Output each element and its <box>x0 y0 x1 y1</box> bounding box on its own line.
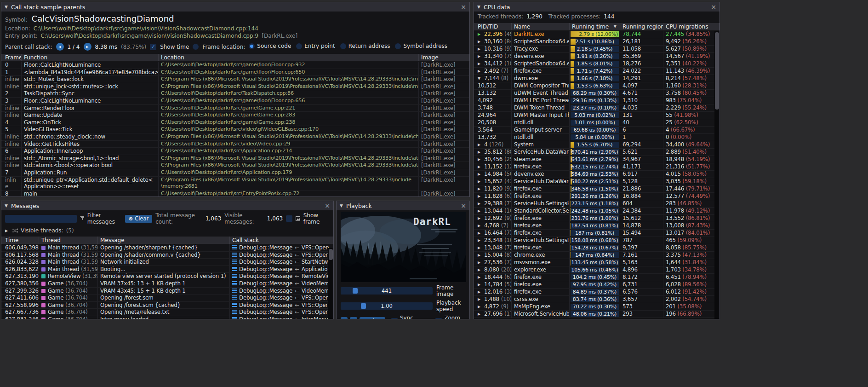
cpu-row[interactable]: ▶15,652(43)ServiceHub.DataWarehou580.22 … <box>474 178 720 185</box>
message-callstack[interactable]: DebugLog::Message←VideoMemo <box>230 280 333 287</box>
column-running-regions[interactable]: Running regions <box>620 23 663 30</box>
expand-icon[interactable]: ▶ <box>478 149 482 156</box>
message-row[interactable]: 627,313,190nsRemoteView (31,392)Remote v… <box>1 273 333 280</box>
message-row[interactable]: 627,399,326nsGame (36,704)VRAM 43x45: 15… <box>1 288 333 295</box>
cpu-row[interactable]: ▶4,872(9)MsMpEng.exe70.22 ms (0.30%)5732… <box>474 303 720 311</box>
play-button[interactable]: ▶ Play <box>360 317 385 319</box>
cpu-row[interactable]: ▶15,004(8)chrome.exe147 ms (0.64%)7,1613… <box>474 252 720 259</box>
message-callstack[interactable]: DebugLog::Message←VideoMemo <box>230 288 333 295</box>
clear-button[interactable]: ⊗ Clear <box>125 215 153 223</box>
callstack-row[interactable]: 2TaskDispatch::SyncC:\Users\wolf\Desktop… <box>1 90 469 98</box>
close-icon[interactable]: × <box>461 202 466 209</box>
expand-icon[interactable]: ▶ <box>478 200 482 207</box>
message-row[interactable]: 606,117,568nsMain thread (31,596)Opening… <box>1 252 333 259</box>
cpu-row[interactable]: ▶23,348(106)ServiceHub.SettingsHost158.0… <box>474 237 720 244</box>
cpu-row[interactable]: ▶2,492(7)firefox.exe1.71 s (7.42%)24,022… <box>474 68 720 75</box>
expand-icon[interactable]: ▶ <box>478 266 482 273</box>
cpu-row[interactable]: ▶8,080(20)explorer.exe105.66 ms (0.46%)4… <box>474 266 720 274</box>
prev-frame-button[interactable]: ◀ <box>341 317 348 319</box>
next-parent-button[interactable]: ▶ <box>84 43 91 51</box>
callstack-row[interactable]: inlinestd::atomic<bool>::operator boolC:… <box>1 162 469 169</box>
cpu-window-titlebar[interactable]: ▼ CPU data × <box>474 2 720 12</box>
next-frame-button[interactable]: ▶ <box>350 317 357 319</box>
column-pid-tid[interactable]: PID/TID <box>474 23 512 30</box>
expand-icon[interactable]: ▶ <box>478 46 482 52</box>
cpu-row[interactable]: ▶12,692(9)firefox.exe231.76 ms (1.00%)15… <box>474 215 720 222</box>
expand-icon[interactable]: ▶ <box>478 222 482 229</box>
column-name[interactable]: Name <box>512 23 570 30</box>
frame-location-option[interactable]: Return address <box>340 43 390 49</box>
expand-icon[interactable]: ▶ <box>478 215 482 222</box>
collapse-icon[interactable]: ▼ <box>478 75 482 82</box>
cpu-row[interactable]: ▶31,340(75)devenv.exe1.91 s (8.26%)35,36… <box>474 53 720 60</box>
cpu-row[interactable]: ▶27,696(17)Microsoft.ServiceHub.Co48.06 … <box>474 311 720 318</box>
cpu-row[interactable]: ▶29,388(77)ServiceHub.SettingsHost273.15… <box>474 200 720 208</box>
show-frame-checkbox[interactable] <box>286 215 292 222</box>
expand-icon[interactable]: ▶ <box>478 156 482 163</box>
callstack-row[interactable]: inlineGame::RenderFloorC:\Users\wolf\Des… <box>1 105 469 112</box>
cpu-row[interactable]: ▶34,412(18)ScriptedSandbox64.exe1.85 s (… <box>474 60 720 68</box>
callstack-row[interactable]: inlinestd::unique_ptr<Application,std::d… <box>1 177 469 191</box>
cpu-row[interactable]: ▶18,444(6)firefox.exe104.2 ms (0.45%)8,1… <box>474 274 720 281</box>
expand-icon[interactable]: ▶ <box>478 237 482 244</box>
cpu-row[interactable]: ▼7,144(8)dwm.exe1.66 s (7.18%)14,2918,21… <box>474 75 720 82</box>
expand-icon[interactable]: ▶ <box>478 252 482 259</box>
cpu-row[interactable]: 13,132uDWM Event Thread68.29 ms (0.30%)4… <box>474 90 720 97</box>
expand-icon[interactable]: ▶ <box>478 178 482 185</box>
message-row[interactable]: 627,831,246nsGame (36,704)Intro menu loa… <box>1 316 333 319</box>
cpu-row[interactable]: ▶14,984(50)devenv.exe584.69 ms (2.53%)6,… <box>474 171 720 178</box>
message-row[interactable]: 626,833,622nsMain thread (31,596)Booting… <box>1 266 333 273</box>
cpu-row[interactable]: ▶16,464(7)firefox.exe187 ms (0.81%)15,49… <box>474 230 720 237</box>
cpu-row[interactable]: ▶11,828(6)firefox.exe291.26 ms (1.26%)16… <box>474 193 720 200</box>
expand-icon[interactable]: ▶ <box>478 38 482 45</box>
expand-icon[interactable]: ▶ <box>478 259 482 266</box>
show-time-checkbox[interactable] <box>150 44 156 50</box>
message-callstack[interactable]: DebugLog::Message←RemoteVie <box>230 273 333 280</box>
expand-icon[interactable]: ▶ <box>478 193 482 200</box>
message-row[interactable]: 626,024,328nsMain thread (31,596)Network… <box>1 259 333 266</box>
cpu-row[interactable]: 24,964DWM Master Input Thread5.03 ms (0.… <box>474 112 720 119</box>
column-cpu-migrations[interactable]: CPU migrations <box>663 23 720 30</box>
message-callstack[interactable]: DebugLog::Message←Application: <box>230 266 333 273</box>
collapse-icon[interactable]: ▼ <box>5 203 8 208</box>
expand-icon[interactable]: ▶ <box>478 185 482 192</box>
collapse-icon[interactable]: ▼ <box>5 5 8 9</box>
message-row[interactable]: 627,411,606nsGame (36,704)Opening /fores… <box>1 295 333 302</box>
callstack-row[interactable]: 5VideoGLBase::TickC:\Users\wolf\Desktop\… <box>1 126 469 133</box>
cpu-row[interactable]: ▶14,784(5)firefox.exe97.95 ms (0.42%)6,7… <box>474 281 720 289</box>
frame-image-slider[interactable]: 441 <box>341 287 433 295</box>
expand-icon[interactable]: ▶ <box>478 274 482 281</box>
message-row[interactable]: 606,049,398nsMain thread (31,596)Opening… <box>1 244 333 252</box>
message-row[interactable]: 627,667,736nsGame (36,704)Opening /meta/… <box>1 309 333 316</box>
callstack-row[interactable]: 7Application::RunC:\Users\wolf\Desktop\d… <box>1 169 469 177</box>
message-callstack[interactable]: DebugLog::Message←StartNetwo <box>230 259 333 266</box>
cpu-row[interactable]: 10,512DWM Compositor Thread1.53 s (6.63%… <box>474 82 720 90</box>
callstack-row[interactable]: inlinestd::_Mutex_base::lockC:\Program F… <box>1 76 469 83</box>
message-callstack[interactable]: DebugLog::Message←VFS::Open <box>230 309 333 316</box>
cpu-row[interactable]: ▶13,048(7)firefox.exe154.28 ms (0.67%)9,… <box>474 244 720 252</box>
message-callstack[interactable]: DebugLog::Message←VFS::Open <box>230 252 333 259</box>
expand-icon[interactable]: ▶ <box>478 244 482 251</box>
frame-location-option[interactable]: Symbol address <box>395 43 447 49</box>
message-callstack[interactable]: DebugLog::Message←VFS::Open <box>230 302 333 309</box>
callstack-row[interactable]: 8mainC:\Users\wolf\Desktop\darkrl\src\En… <box>1 191 469 196</box>
cpu-row[interactable]: ▶13,044(10)StandardCollector.Servic242.4… <box>474 208 720 215</box>
expand-icon[interactable]: ▶ <box>478 303 482 310</box>
cpu-row[interactable]: ▶22,396(49)DarkRL.exe2.79 s (12.06%)78,7… <box>474 31 720 38</box>
column-running-time[interactable]: Running time ▼ <box>570 23 620 30</box>
cpu-row[interactable]: ▶30,456(25)steam.exe643.61 ms (2.79%)34,… <box>474 156 720 163</box>
expand-icon[interactable]: ▶ <box>478 208 482 214</box>
cpu-row[interactable]: ▶11,820(9)firefox.exe346.58 ms (1.50%)21… <box>474 185 720 193</box>
cpu-row[interactable]: ▶11,152(12)firefox.exe632.15 ms (2.74%)4… <box>474 163 720 171</box>
frame-location-option[interactable]: Entry point <box>296 43 335 49</box>
expand-icon[interactable]: ▶ <box>478 68 482 75</box>
expand-icon[interactable]: ▶ <box>478 163 482 170</box>
callstack-row[interactable]: 3Floor::CalcLightNoLuminanceC:\Users\wol… <box>1 98 469 105</box>
playback-frame-image[interactable]: DarkRL <box>341 212 466 282</box>
cpu-row[interactable]: ▶4,768(7)firefox.exe187.54 ms (0.81%)14,… <box>474 222 720 230</box>
expand-icon[interactable]: ▶ <box>478 296 482 303</box>
collapse-icon[interactable]: ▼ <box>340 203 343 208</box>
callstack-window-titlebar[interactable]: ▼ Call stack sample parents × <box>1 2 469 12</box>
callstack-row[interactable]: 1<lambda_84a19dc444fae966ca174e83e708bdc… <box>1 69 469 76</box>
cpu-scrollbar[interactable] <box>714 31 720 319</box>
